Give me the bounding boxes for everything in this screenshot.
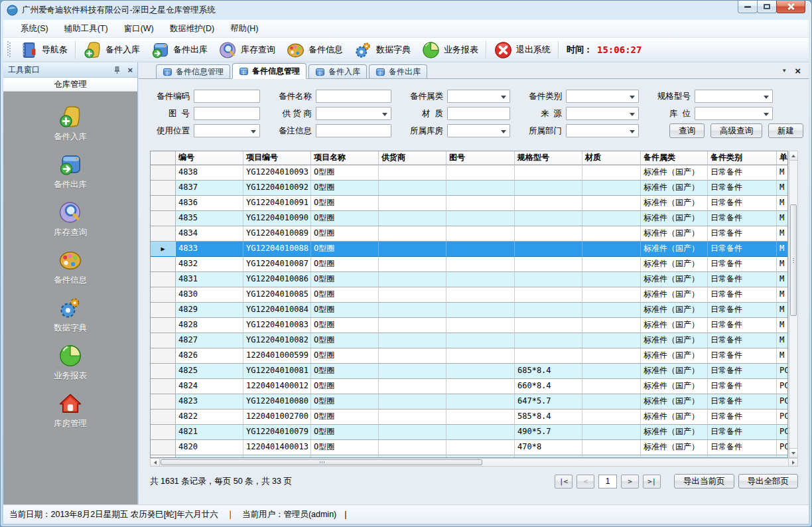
horizontal-scrollbar[interactable] bbox=[150, 458, 798, 467]
sidebar-item-inventory-search[interactable]: 库存查询 bbox=[54, 200, 87, 238]
export-all-pages-button[interactable]: 导出全部页 bbox=[738, 474, 799, 489]
column-header-7[interactable]: 材质 bbox=[582, 151, 641, 165]
vertical-scrollbar[interactable] bbox=[789, 151, 798, 458]
sidebar-item-stock-out[interactable]: 备件出库 bbox=[54, 152, 87, 190]
table-row[interactable]: 4834YG12204010089O型圈标准件（国产）日常备件M bbox=[151, 226, 787, 242]
sidebar-item-stock-in[interactable]: 备件入库 bbox=[54, 104, 87, 143]
row-selector-header[interactable] bbox=[151, 151, 176, 165]
table-row[interactable]: 48201220401400013O型圈470*8标准件（国产）日常备件PC bbox=[151, 440, 787, 455]
source-select[interactable] bbox=[566, 107, 639, 120]
row-selector-cell[interactable] bbox=[151, 196, 176, 211]
spec-model-select[interactable] bbox=[695, 90, 773, 103]
row-selector-cell[interactable] bbox=[151, 364, 176, 379]
part-name-input[interactable] bbox=[316, 90, 391, 103]
row-selector-cell[interactable]: ▶ bbox=[151, 242, 176, 257]
table-row-selected[interactable]: ▶4833YG12204010088O型圈标准件（国产）日常备件M bbox=[151, 242, 787, 257]
next-page-button[interactable]: > bbox=[621, 475, 639, 489]
row-selector-cell[interactable] bbox=[151, 226, 176, 242]
row-selector-cell[interactable] bbox=[151, 181, 176, 196]
row-selector-cell[interactable] bbox=[151, 410, 176, 425]
toolbar-button-report[interactable]: 业务报表 bbox=[416, 40, 484, 60]
row-selector-cell[interactable] bbox=[151, 440, 176, 455]
row-selector-cell[interactable] bbox=[151, 272, 176, 287]
scroll-up-arrow[interactable] bbox=[789, 151, 797, 161]
location-select[interactable] bbox=[695, 107, 773, 120]
sidebar-item-report[interactable]: 业务报表 bbox=[54, 343, 87, 382]
table-row[interactable]: 4821YG12204010079O型圈490*5.7标准件（国产）日常备件PC bbox=[151, 425, 787, 440]
row-selector-cell[interactable] bbox=[151, 318, 176, 333]
toolbar-grip[interactable] bbox=[7, 41, 11, 58]
table-row[interactable]: 4828YG12204010083O型圈标准件（国产）日常备件M bbox=[151, 318, 787, 333]
table-row[interactable]: 4836YG12204010091O型圈标准件（国产）日常备件M bbox=[151, 196, 787, 211]
minimize-button[interactable] bbox=[738, 1, 758, 13]
part-class-select[interactable] bbox=[566, 90, 639, 103]
table-row[interactable]: 4823YG12204010080O型圈647*5.7标准件（国产）日常备件PC bbox=[151, 394, 787, 410]
query-button[interactable]: 查询 bbox=[669, 123, 705, 138]
table-row[interactable]: 4838YG12204010093O型圈标准件（国产）日常备件M bbox=[151, 165, 787, 181]
row-selector-cell[interactable] bbox=[151, 287, 176, 303]
column-header-10[interactable]: 单位 bbox=[777, 151, 788, 165]
tab-parts-info-manage-1[interactable]: 备件信息管理 bbox=[156, 64, 230, 78]
close-button[interactable] bbox=[776, 1, 805, 13]
material-input[interactable] bbox=[447, 107, 510, 120]
panel-close-button[interactable]: × bbox=[127, 66, 133, 74]
use-position-select[interactable] bbox=[194, 124, 260, 137]
table-row[interactable]: 48261220401000599O型圈标准件（国产）日常备件M bbox=[151, 348, 787, 364]
drawing-no-input[interactable] bbox=[194, 107, 260, 120]
row-selector-cell[interactable] bbox=[151, 257, 176, 272]
row-selector-cell[interactable] bbox=[151, 211, 176, 226]
supplier-select[interactable] bbox=[316, 107, 391, 120]
scroll-right-arrow[interactable] bbox=[788, 459, 797, 466]
warehouse-select[interactable] bbox=[447, 124, 510, 137]
part-code-input[interactable] bbox=[194, 90, 260, 103]
tab-parts-info-manage-2[interactable]: 备件信息管理 bbox=[232, 63, 306, 79]
table-row[interactable]: 4827YG12204010082O型圈标准件（国产）日常备件M bbox=[151, 333, 787, 348]
prev-page-button[interactable]: < bbox=[576, 475, 594, 489]
toolbar-button-exit[interactable]: 退出系统 bbox=[488, 40, 556, 60]
pin-icon[interactable] bbox=[113, 66, 121, 74]
table-row[interactable]: 48241220401400012O型圈660*8.4标准件（国产）日常备件PC bbox=[151, 379, 787, 394]
sidebar-item-parts-info[interactable]: 备件信息 bbox=[54, 248, 87, 286]
row-selector-cell[interactable] bbox=[151, 379, 176, 394]
toolbar-button-navbar[interactable]: 导航条 bbox=[14, 40, 73, 60]
horizontal-scroll-thumb[interactable] bbox=[161, 459, 482, 465]
toolbar-button-parts-info[interactable]: 备件信息 bbox=[281, 40, 348, 60]
table-row[interactable]: 4835YG12204010090O型圈标准件（国产）日常备件M bbox=[151, 211, 787, 226]
row-selector-cell[interactable] bbox=[151, 165, 176, 181]
menu-item-help[interactable]: 帮助(H) bbox=[222, 21, 266, 37]
table-row[interactable]: 4825YG12204010081O型圈685*8.4标准件（国产）日常备件PC bbox=[151, 364, 787, 379]
tab-stock-in[interactable]: 备件入库 bbox=[308, 64, 367, 78]
menu-item-aux-tools[interactable]: 辅助工具(T) bbox=[56, 21, 116, 37]
vertical-scroll-thumb[interactable] bbox=[790, 204, 797, 316]
column-header-3[interactable]: 项目名称 bbox=[311, 151, 379, 165]
table-row[interactable]: 4837YG12204010092O型圈标准件（国产）日常备件M bbox=[151, 181, 787, 196]
row-selector-cell[interactable] bbox=[151, 333, 176, 348]
tab-close-icon[interactable]: × bbox=[795, 66, 801, 76]
last-page-button[interactable]: >| bbox=[643, 475, 661, 489]
menu-item-data-maintenance[interactable]: 数据维护(D) bbox=[162, 21, 222, 37]
menu-item-window[interactable]: 窗口(W) bbox=[116, 21, 162, 37]
tab-stock-out[interactable]: 备件出库 bbox=[369, 64, 427, 78]
new-button[interactable]: 新建 bbox=[768, 123, 803, 138]
sidebar-item-data-dict[interactable]: 数据字典 bbox=[54, 295, 87, 334]
scroll-down-arrow[interactable] bbox=[789, 448, 797, 457]
table-row[interactable]: 4832YG12204010087O型圈标准件（国产）日常备件M bbox=[151, 257, 787, 272]
menu-item-system[interactable]: 系统(S) bbox=[13, 21, 56, 37]
remark-input[interactable] bbox=[316, 124, 391, 137]
row-selector-cell[interactable] bbox=[151, 303, 176, 318]
table-row[interactable]: 4830YG12204010085O型圈标准件（国产）日常备件M bbox=[151, 287, 787, 303]
column-header-8[interactable]: 备件属类 bbox=[641, 151, 708, 165]
tab-overflow-icon[interactable]: ▼ bbox=[781, 68, 787, 74]
column-header-9[interactable]: 备件类别 bbox=[708, 151, 777, 165]
column-header-6[interactable]: 规格型号 bbox=[515, 151, 582, 165]
advanced-query-button[interactable]: 高级查询 bbox=[710, 123, 762, 138]
maximize-button[interactable] bbox=[757, 1, 777, 13]
table-row[interactable]: 4829YG12204010084O型圈标准件（国产）日常备件M bbox=[151, 303, 787, 318]
column-header-4[interactable]: 供货商 bbox=[379, 151, 446, 165]
row-selector-cell[interactable] bbox=[151, 425, 176, 440]
row-selector-cell[interactable] bbox=[151, 394, 176, 410]
scroll-left-arrow[interactable] bbox=[151, 459, 160, 466]
toolbar-button-stock-in[interactable]: 备件入库 bbox=[78, 40, 145, 60]
row-selector-cell[interactable] bbox=[151, 348, 176, 364]
page-number-input[interactable]: 1 bbox=[598, 475, 617, 489]
